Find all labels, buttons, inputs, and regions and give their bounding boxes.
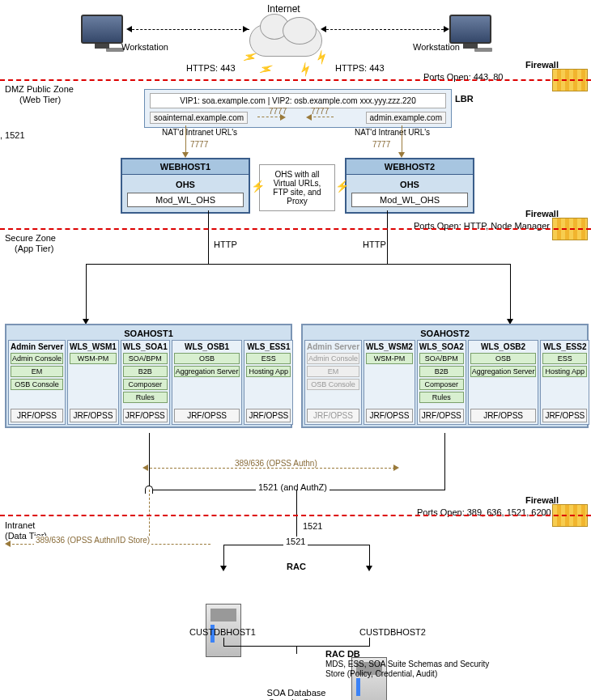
port-1521-b: 1521 (283, 537, 308, 546)
nat-right: NAT'd Intranet URL's (355, 128, 430, 137)
slot-header: Admin Server (307, 342, 359, 351)
jrf-label: JRF/OPSS (366, 409, 413, 422)
fw1-zone-sub: (Web Tier) (19, 95, 61, 104)
jrf-label: JRF/OPSS (123, 409, 168, 422)
jrf-label: JRF/OPSS (470, 409, 537, 422)
jrf-label: JRF/OPSS (307, 409, 359, 422)
slot-header: Admin Server (11, 342, 63, 351)
jrf-label: JRF/OPSS (174, 409, 240, 422)
soahost1-slot-0: Admin ServerAdmin ConsoleEMOSB ConsoleJR… (8, 340, 66, 425)
fw1-zone: DMZ Public Zone (5, 84, 74, 94)
webhost1-title: WEBHOST1 (122, 159, 249, 175)
internet-cloud-icon (249, 24, 322, 57)
soahost1-slot-2: WLS_SOA1SOA/BPMB2BComposerRulesJRF/OPSS (121, 340, 170, 425)
component-pill: Rules (419, 392, 464, 403)
firewall1-line (0, 79, 591, 81)
port-7777-r: 7777 (372, 140, 390, 149)
soahost2-slot-2: WLS_SOA2SOA/BPMB2BComposerRulesJRF/OPSS (417, 340, 466, 425)
component-pill: SOA/BPM (123, 353, 168, 364)
component-pill: Rules (123, 392, 168, 403)
soahost1: SOAHOST1 Admin ServerAdmin ConsoleEMOSB … (5, 324, 292, 428)
workstation-right-label: Workstation (413, 42, 460, 52)
webhost2: WEBHOST2 OHS Mod_WL_OHS (345, 158, 474, 214)
soahost1-slot-4: WLS_ESS1ESSHosting AppJRF/OPSS (244, 340, 293, 425)
http-right: HTTP (363, 240, 386, 249)
component-pill: Admin Console (11, 353, 63, 364)
port-1521-a: 1521 (303, 521, 322, 531)
soahost2-slot-3: WLS_OSB2OSBAggregation ServerJRF/OPSS (468, 340, 539, 425)
component-pill: Admin Console (307, 353, 359, 364)
slot-header: WLS_ESS1 (246, 342, 291, 351)
bolt-icon: ⚡ (296, 60, 314, 78)
rac-db-desc: MDS, ESS, SOA Suite Schemas and Security… (325, 660, 504, 679)
jrf-label: JRF/OPSS (419, 409, 464, 422)
soahost2-slot-4: WLS_ESS2ESSHosting AppJRF/OPSS (540, 340, 589, 425)
webhost1: WEBHOST1 OHS Mod_WL_OHS (121, 158, 250, 214)
authz-label: 1521 (and AuthZ) (256, 482, 330, 492)
jrf-label: JRF/OPSS (11, 409, 63, 422)
https-left: HTTPS: 443 (186, 63, 236, 73)
component-pill: EM (11, 366, 63, 377)
internet-label: Internet (267, 3, 300, 15)
soahost2-slot-1: WLS_WSM2WSM-PMJRF/OPSS (364, 340, 415, 425)
soahost1-slot-3: WLS_OSB1OSBAggregation ServerJRF/OPSS (172, 340, 243, 425)
soahost1-slot-1: WLS_WSM1WSM-PMJRF/OPSS (67, 340, 119, 425)
ohs-description: OHS with all Virtual URLs, FTP site, and… (259, 164, 335, 211)
component-pill: WSM-PM (70, 353, 117, 364)
https-right: HTTPS: 443 (335, 63, 385, 73)
workstation-right-icon (449, 15, 491, 44)
component-pill: B2B (419, 366, 464, 377)
fw2-zone-sub: (App Tier) (15, 244, 53, 253)
nat-left: NAT'd Intranet URL's (162, 128, 237, 137)
webhost2-mod: Mod_WL_OHS (351, 193, 468, 207)
rac-db-title: RAC DB (325, 649, 360, 659)
component-pill: Aggregation Server (174, 366, 240, 377)
soahost2-title: SOAHOST2 (304, 327, 585, 340)
jrf-label: JRF/OPSS (246, 409, 291, 422)
fw3-zone: Intranet (5, 520, 35, 530)
left-port-fragment: , 1521 (0, 130, 25, 140)
webhost1-mod: Mod_WL_OHS (127, 193, 244, 207)
slot-header: WLS_SOA2 (419, 342, 464, 351)
bolt-icon: ⚡ (257, 60, 275, 78)
lbr-right-url: admin.example.com (366, 112, 446, 124)
lbr-vip-line: VIP1: soa.example.com | VIP2: osb.exampl… (150, 93, 446, 108)
component-pill: EM (307, 366, 359, 377)
slot-header: WLS_SOA1 (123, 342, 168, 351)
jrf-label: JRF/OPSS (70, 409, 117, 422)
component-pill: ESS (246, 353, 291, 364)
opss-authn-label: 389/636 (OPSS Authn) (232, 459, 320, 468)
webhost1-ohs: OHS (127, 180, 244, 189)
component-pill: Hosting App (542, 366, 587, 377)
webhost2-title: WEBHOST2 (347, 159, 473, 175)
lbr-tag: LBR (455, 94, 474, 104)
component-pill: Composer (419, 379, 464, 390)
component-pill: B2B (123, 366, 168, 377)
component-pill: ESS (542, 353, 587, 364)
component-pill: Composer (123, 379, 168, 390)
component-pill: OSB (470, 353, 537, 364)
opss-id-store: 389/636 (OPSS Authn/ID Store) (34, 536, 151, 545)
slot-header: WLS_WSM2 (366, 342, 413, 351)
firewall2-line (0, 228, 591, 230)
port-7777-l: 7777 (190, 140, 208, 149)
soahost1-title: SOAHOST1 (8, 327, 289, 340)
lbr-box: VIP1: soa.example.com | VIP2: osb.exampl… (144, 89, 452, 128)
workstation-left-icon (81, 15, 123, 44)
http-left: HTTP (214, 240, 237, 249)
webhost2-ohs: OHS (351, 180, 468, 189)
port-7777-b: 7777 (311, 107, 329, 116)
jrf-label: JRF/OPSS (542, 409, 587, 422)
component-pill: Aggregation Server (470, 366, 537, 377)
slot-header: WLS_OSB2 (470, 342, 537, 351)
slot-header: WLS_ESS2 (542, 342, 587, 351)
component-pill: OSB Console (307, 379, 359, 390)
lbr-left-url: soainternal.example.com (150, 112, 248, 124)
dbhost1-label: CUSTDBHOST1 (189, 627, 256, 637)
fw2-zone: Secure Zone (5, 233, 56, 243)
slot-header: WLS_WSM1 (70, 342, 117, 351)
dbhost2-label: CUSTDBHOST2 (359, 627, 426, 637)
slot-header: WLS_OSB1 (174, 342, 240, 351)
soahost2-slot-0: Admin ServerAdmin ConsoleEMOSB ConsoleJR… (304, 340, 362, 425)
component-pill: OSB (174, 353, 240, 364)
